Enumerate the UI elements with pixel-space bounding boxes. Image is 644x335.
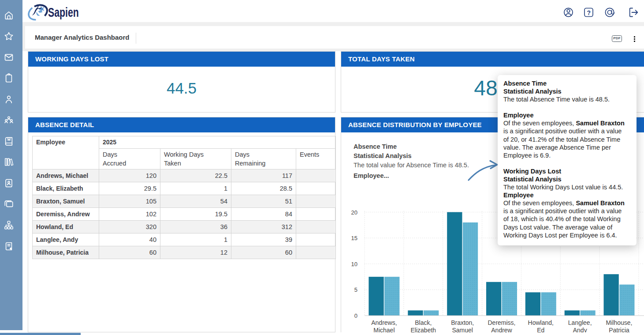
svg-text:Employee...: Employee...: [354, 172, 389, 179]
svg-text:?: ?: [587, 9, 591, 16]
svg-text:Braxton,: Braxton,: [451, 319, 474, 326]
svg-text:Howland,: Howland,: [528, 319, 554, 326]
svg-text:5: 5: [354, 286, 357, 293]
svg-text:15: 15: [351, 235, 357, 241]
svg-text:Black,: Black,: [415, 319, 432, 326]
svg-text:Milhouse,: Milhouse,: [606, 319, 633, 326]
svg-text:0: 0: [354, 312, 357, 319]
svg-text:10: 10: [351, 261, 357, 267]
svg-text:20: 20: [351, 209, 357, 216]
svg-text:Statistical Analysis: Statistical Analysis: [354, 152, 412, 159]
svg-text:Langlee,: Langlee,: [568, 319, 592, 326]
svg-text:Deremiss,: Deremiss,: [488, 319, 515, 326]
svg-text:Absence Time: Absence Time: [354, 143, 397, 150]
svg-text:Sapien: Sapien: [48, 4, 79, 20]
svg-text:Andrews,: Andrews,: [371, 319, 397, 326]
svg-text:The total value for Absence Ti: The total value for Absence Time is 48.5…: [354, 162, 469, 169]
